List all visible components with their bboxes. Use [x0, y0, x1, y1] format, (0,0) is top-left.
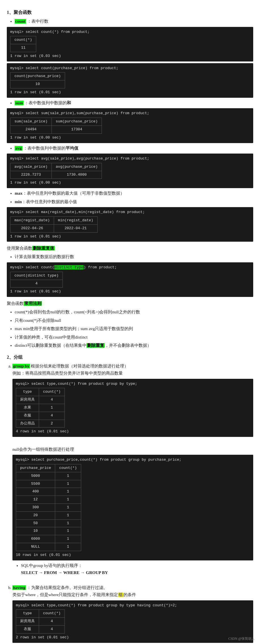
keyword-having: having — [12, 585, 26, 590]
list-item-groupby: group by 根据分组来处理数据（对筛选处理的数据进行处理） 例如：将商品按… — [12, 363, 253, 577]
section-dedup: 使用聚合函数删除重复值 计算去除重复数据后的数据行数 mysql> select… — [7, 245, 253, 297]
section-rules: 聚合函数常用法则 count(*)会得到包含null的行数，count(<列名>… — [7, 300, 253, 349]
code-maxmin: mysql> select max(regist_date),min(regis… — [7, 207, 253, 242]
section2: 2、分组 group by 根据分组来处理数据（对筛选处理的数据进行处理） 例如… — [7, 354, 253, 644]
keyword-sum: sum — [15, 101, 23, 105]
code-groupby-price: mysql> select purchase_price,count(*) fr… — [12, 455, 253, 560]
section1: 1、聚合函数 count ：表中行数 mysql> select count(*… — [7, 10, 253, 242]
keyword-avg: avg — [15, 146, 22, 150]
list-item-count: count ：表中行数 — [15, 18, 253, 25]
code-count-star: mysql> select count(*) from product; cou… — [7, 27, 253, 61]
list-item-sum: sum ：表中数值列中数据的和 — [15, 99, 253, 107]
code-avg: mysql> select avg(sale_price),avg(purcha… — [7, 154, 253, 188]
rule-3: max min使用于所有数据类型的列；sum avg只适用于数值型的列 — [15, 325, 253, 333]
watermark: CSDN @张简胡人 — [228, 636, 255, 641]
code-groupby-type: mysql> select type,count(*) from product… — [12, 379, 253, 437]
code-having: mysql> select type,count(*) from product… — [12, 600, 253, 643]
list-item-sql-order: SQL中group by语句的执行顺序： SELECT → FROM → WHE… — [21, 562, 253, 577]
highlight-rules: 常用法则 — [24, 301, 42, 306]
code-count-purchase: mysql> select count(purchase_price) from… — [7, 63, 253, 98]
list-item-max: max：表中任意列中数据的最大值（可用于非数值型数据） — [15, 190, 253, 197]
section2-title: 2、分组 — [7, 354, 253, 360]
rule-5: distinct可以删除重复数据（在结果集中删除重复，并不会删除表中数据） — [15, 342, 253, 349]
list-item-min: min：表中任意列中数据的最小值 — [15, 198, 253, 206]
section1-title: 1、聚合函数 — [7, 10, 253, 16]
code-sum: mysql> select sum(sale_price),sum(purcha… — [7, 108, 253, 143]
list-item-avg: avg ：表中数值列中数据的平均值 — [15, 145, 253, 152]
rule-4: 计算值的种类，可在count中使用distinct — [15, 334, 253, 341]
list-item-having: having ：为聚合结果指定条件。对分组进行过滤。 类似于where，但是wh… — [12, 584, 253, 643]
rule-1: count(*)会得到包含null的行数，count(<列名>)会得到null之… — [15, 309, 253, 316]
code-count-distinct: mysql> select count(distinct type) from … — [7, 262, 253, 297]
highlight-dedup: 删除重复值 — [32, 246, 55, 250]
list-item-dedup: 计算去除重复数据后的数据行数 — [15, 253, 253, 261]
highlight-group: 组 — [118, 592, 123, 597]
rule-2: 只有count(*)不会排除null — [15, 317, 253, 324]
keyword-groupby: group by — [12, 364, 30, 368]
keyword-count: count — [15, 19, 26, 24]
